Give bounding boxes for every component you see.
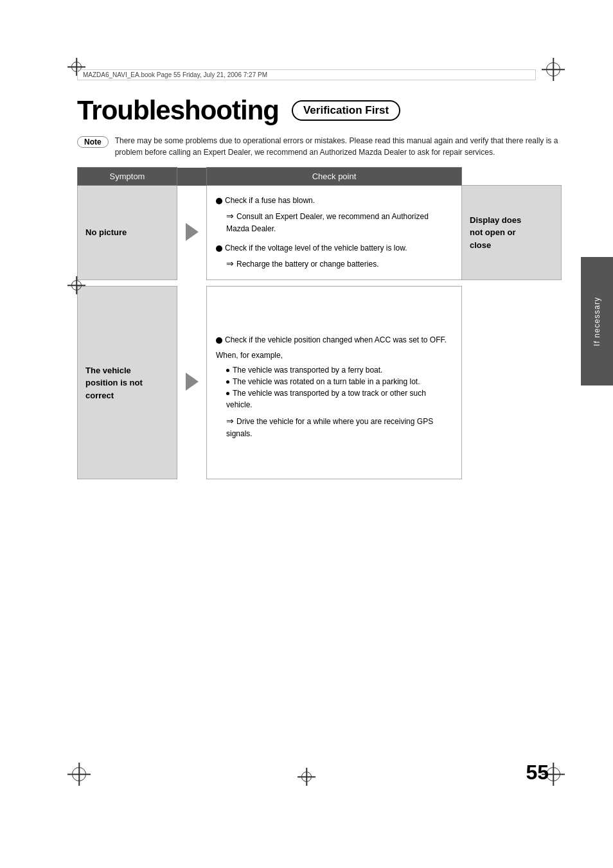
- crosshair-top-right: [542, 58, 565, 81]
- sidebar-tab: If necessary: [581, 257, 613, 385]
- crosshair-bottom-mid: [298, 768, 315, 786]
- crosshair-left-mid: [67, 276, 85, 294]
- trouble-table: Symptom Check point No picture Check if …: [77, 167, 562, 479]
- file-info: MAZDA6_NAVI_EA.book Page 55 Friday, July…: [83, 71, 267, 78]
- page-number: 55: [526, 761, 549, 784]
- note-text: There may be some problems due to operat…: [115, 135, 562, 158]
- page-title: Troubleshooting: [77, 95, 279, 126]
- table-header: Symptom Check point: [78, 168, 562, 186]
- page-container: MAZDA6_NAVI_EA.book Page 55 Friday, July…: [0, 0, 613, 868]
- header-bar: MAZDA6_NAVI_EA.book Page 55 Friday, July…: [77, 69, 536, 80]
- verification-badge: Verification First: [292, 100, 400, 121]
- note-box: Note There may be some problems due to o…: [77, 135, 562, 158]
- col-checkpt-header: Check point: [207, 168, 462, 186]
- crosshair-bottom-left: [67, 763, 91, 786]
- note-label: Note: [77, 136, 109, 148]
- main-content: Troubleshooting Verification First Note …: [77, 95, 562, 479]
- sidebar-label: If necessary: [592, 297, 601, 346]
- title-row: Troubleshooting Verification First: [77, 95, 562, 126]
- col-symptom-header: Symptom: [78, 168, 177, 186]
- table-row-vehicle: The vehicleposition is notcorrect Check …: [78, 287, 562, 479]
- gap-row: [78, 280, 562, 287]
